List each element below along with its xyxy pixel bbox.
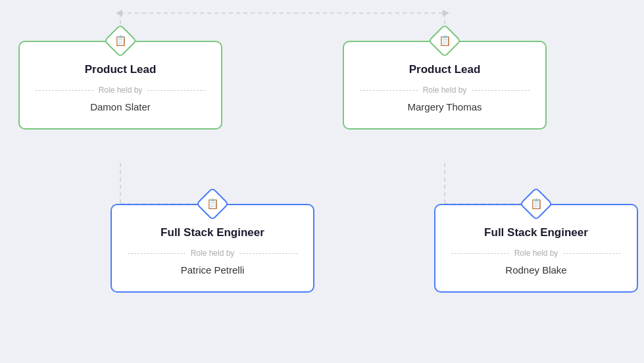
dashed-line-left-3 — [128, 253, 186, 254]
role-title-2: Product Lead — [360, 63, 530, 76]
badge-icon-3: 📋 — [196, 187, 230, 221]
canvas: 📋 Product Lead Role held by Damon Slater… — [0, 0, 644, 363]
dashed-line-right-1 — [147, 90, 205, 91]
role-held-by-row-3: Role held by — [128, 249, 297, 258]
role-held-by-row-2: Role held by — [360, 85, 530, 95]
role-held-label-4: Role held by — [514, 249, 558, 258]
dashed-line-left-4 — [451, 253, 509, 254]
svg-marker-2 — [443, 10, 449, 16]
role-card-fullstack-rodney[interactable]: 📋 Full Stack Engineer Role held by Rodne… — [434, 204, 638, 293]
clipboard-icon-2: 📋 — [439, 35, 451, 47]
clipboard-icon-4: 📋 — [530, 198, 543, 210]
role-person-4: Rodney Blake — [451, 264, 621, 276]
badge-icon-1: 📋 — [104, 24, 137, 58]
dashed-line-right-2 — [472, 90, 530, 91]
role-held-label-2: Role held by — [423, 85, 467, 95]
clipboard-icon-1: 📋 — [114, 35, 127, 47]
role-card-product-lead-damon[interactable]: 📋 Product Lead Role held by Damon Slater — [18, 41, 222, 130]
role-card-fullstack-patrice[interactable]: 📋 Full Stack Engineer Role held by Patri… — [111, 204, 314, 293]
dashed-line-right-4 — [563, 253, 621, 254]
badge-icon-4: 📋 — [520, 187, 553, 221]
role-held-by-row-4: Role held by — [451, 249, 621, 258]
dashed-line-left-2 — [360, 90, 418, 91]
role-held-by-row-1: Role held by — [36, 85, 205, 95]
role-title-4: Full Stack Engineer — [451, 226, 621, 239]
role-title-3: Full Stack Engineer — [128, 226, 297, 239]
dashed-line-right-3 — [239, 253, 297, 254]
role-person-1: Damon Slater — [36, 101, 205, 112]
clipboard-icon-3: 📋 — [207, 198, 219, 210]
role-title-1: Product Lead — [36, 63, 205, 76]
svg-marker-1 — [116, 10, 122, 16]
role-card-product-lead-margery[interactable]: 📋 Product Lead Role held by Margery Thom… — [343, 41, 547, 130]
role-person-3: Patrice Petrelli — [128, 264, 297, 276]
role-held-label-1: Role held by — [99, 85, 143, 95]
dashed-line-left-1 — [36, 90, 93, 91]
role-person-2: Margery Thomas — [360, 101, 530, 112]
badge-icon-2: 📋 — [428, 24, 462, 58]
role-held-label-3: Role held by — [191, 249, 235, 258]
